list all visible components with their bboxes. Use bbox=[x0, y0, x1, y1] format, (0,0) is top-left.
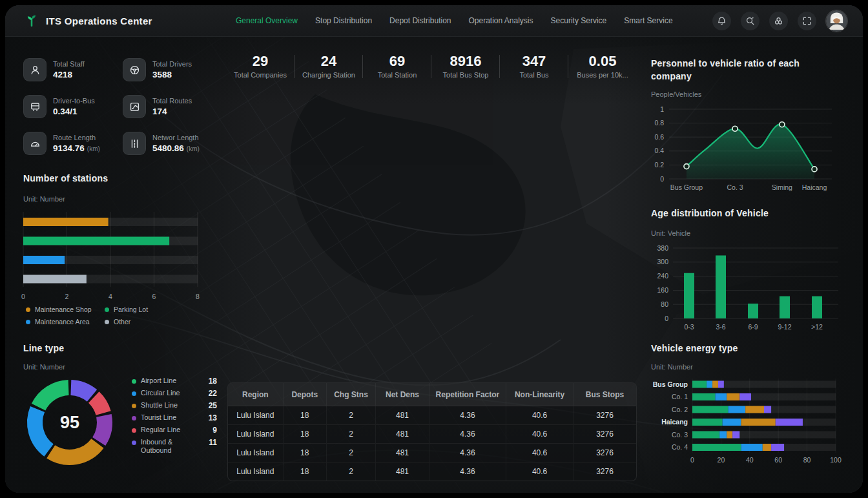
legend-item-maintenance-shop[interactable]: Maintenance Shop bbox=[26, 306, 105, 313]
legend-item-circular-line[interactable]: Circular Line22 bbox=[132, 389, 217, 398]
nav-item-operation-analysis[interactable]: Operation Analysis bbox=[468, 16, 533, 25]
legend-dot bbox=[132, 441, 136, 445]
gauge-icon bbox=[23, 132, 46, 155]
apps-icon bbox=[774, 16, 783, 26]
topbar: ITS Operations Center General OverviewSt… bbox=[5, 5, 863, 37]
svg-text:Co. 4: Co. 4 bbox=[672, 443, 688, 451]
legend-dot bbox=[132, 416, 136, 420]
age-title: Age distribution of Vehicle bbox=[651, 208, 769, 218]
stations-bar-chart: 02468 bbox=[23, 208, 205, 305]
stat-card-total-staff: Total Staff4218 bbox=[23, 58, 121, 81]
brand: ITS Operations Center bbox=[25, 5, 152, 36]
column-header-net-dens[interactable]: Net Dens bbox=[376, 383, 429, 406]
stat-label: Driver-to-Bus bbox=[53, 97, 95, 105]
legend-dot bbox=[132, 404, 136, 408]
svg-text:0: 0 bbox=[665, 315, 668, 322]
donut-center-value: 95 bbox=[60, 413, 79, 432]
legend-dot bbox=[105, 320, 109, 324]
svg-text:380: 380 bbox=[657, 244, 668, 252]
legend-item-other[interactable]: Other bbox=[105, 318, 183, 326]
kpi-value: 0.05 bbox=[568, 53, 637, 70]
table-cell: Lulu Island bbox=[228, 425, 283, 444]
table-cell: 3276 bbox=[574, 444, 636, 462]
bell-icon bbox=[717, 16, 727, 26]
ratio-unit-label: People/Vehicles bbox=[651, 90, 701, 98]
stat-value: 0.34/1 bbox=[53, 107, 95, 116]
kpi-total-station: 69Total Station bbox=[363, 49, 431, 88]
legend-item-shuttle-line[interactable]: Shuttle Line25 bbox=[132, 401, 217, 410]
table-row[interactable]: Lulu Island1824814.3640.63276 bbox=[228, 425, 636, 444]
user-avatar[interactable] bbox=[826, 10, 847, 32]
legend-dot bbox=[26, 307, 30, 312]
table-header: RegionDepotsChg StnsNet DensRepetition F… bbox=[228, 383, 636, 406]
kpi-total-companies: 29Total Companies bbox=[226, 49, 294, 88]
kpi-label: Total Bus Stop bbox=[431, 71, 500, 79]
linetype-title: Line type bbox=[23, 343, 64, 353]
kpi-label: Total Companies bbox=[226, 71, 294, 79]
legend-dot bbox=[132, 391, 136, 396]
svg-text:80: 80 bbox=[803, 456, 811, 464]
fullscreen-icon bbox=[802, 16, 812, 26]
search-button[interactable] bbox=[741, 12, 760, 30]
table-cell: 18 bbox=[283, 425, 326, 444]
legend-item-maintenance-area[interactable]: Maintenance Area bbox=[26, 318, 105, 326]
column-header-bus-stops[interactable]: Bus Stops bbox=[574, 383, 636, 406]
svg-text:20: 20 bbox=[718, 456, 725, 464]
stat-value: 9134.76(km) bbox=[53, 143, 100, 153]
legend-item-parking-lot[interactable]: Parking Lot bbox=[105, 306, 183, 313]
svg-text:0.6: 0.6 bbox=[654, 133, 664, 141]
svg-text:0: 0 bbox=[690, 456, 694, 464]
svg-text:0.4: 0.4 bbox=[654, 147, 664, 154]
svg-text:Co. 1: Co. 1 bbox=[672, 393, 688, 400]
legend-item-tourist-line[interactable]: Tourist Line13 bbox=[132, 413, 217, 422]
svg-text:240: 240 bbox=[657, 272, 668, 280]
table-cell: Lulu Island bbox=[228, 444, 283, 462]
column-header-depots[interactable]: Depots bbox=[283, 383, 326, 406]
legend-label: Inbound & Outbound bbox=[141, 438, 204, 455]
svg-text:Bus Group: Bus Group bbox=[670, 183, 703, 191]
bus-icon bbox=[23, 95, 46, 118]
svg-text:6-9: 6-9 bbox=[748, 323, 758, 331]
fullscreen-button[interactable] bbox=[798, 12, 816, 30]
nav-item-general-overview[interactable]: General Overview bbox=[236, 16, 298, 25]
road-icon bbox=[123, 132, 146, 155]
app-window: ITS Operations Center General OverviewSt… bbox=[5, 5, 863, 493]
table-row[interactable]: Lulu Island1824814.3640.63276 bbox=[228, 462, 636, 481]
legend-item-regular-line[interactable]: Regular Line9 bbox=[132, 426, 217, 435]
stat-unit: (km) bbox=[187, 145, 200, 152]
kpi-value: 8916 bbox=[431, 53, 500, 70]
apps-button[interactable] bbox=[769, 12, 788, 30]
nav-item-smart-service[interactable]: Smart Service bbox=[624, 16, 672, 25]
page-title: ITS Operations Center bbox=[46, 16, 152, 26]
table-cell: 481 bbox=[376, 406, 429, 425]
table-cell: 3276 bbox=[574, 406, 636, 425]
legend-dot bbox=[105, 307, 109, 312]
bell-button[interactable] bbox=[712, 12, 731, 30]
column-header-non-linearity[interactable]: Non-Linearity bbox=[506, 383, 574, 406]
table-row[interactable]: Lulu Island1824814.3640.63276 bbox=[228, 444, 636, 462]
kpi-charging-station: 24Charging Station bbox=[294, 49, 363, 88]
app-logo-icon bbox=[25, 14, 39, 28]
stat-unit: (km) bbox=[87, 145, 100, 152]
svg-text:6: 6 bbox=[152, 293, 156, 300]
stations-legend: Maintenance ShopParking LotMaintenance A… bbox=[26, 306, 194, 326]
table-row[interactable]: Lulu Island1824814.3640.63276 bbox=[228, 406, 636, 425]
nav-item-security-service[interactable]: Security Service bbox=[551, 16, 607, 25]
kpi-total-bus-stop: 8916Total Bus Stop bbox=[431, 49, 500, 88]
table-cell: 4.36 bbox=[429, 444, 506, 462]
nav-item-stop-distribution[interactable]: Stop Distribution bbox=[315, 16, 372, 25]
column-header-repetition-factor[interactable]: Repetition Factor bbox=[429, 383, 506, 406]
routes-icon bbox=[123, 95, 146, 118]
table-cell: 2 bbox=[326, 406, 375, 425]
svg-text:8: 8 bbox=[196, 293, 200, 300]
svg-text:0-3: 0-3 bbox=[684, 323, 694, 331]
svg-text:0: 0 bbox=[21, 293, 25, 300]
legend-item-inbound-outbound[interactable]: Inbound & Outbound11 bbox=[132, 438, 217, 455]
column-header-chg-stns[interactable]: Chg Stns bbox=[326, 383, 375, 406]
nav-item-depot-distribution[interactable]: Depot Distribution bbox=[389, 16, 451, 25]
svg-text:Haicang: Haicang bbox=[661, 418, 688, 426]
table-cell: 40.6 bbox=[506, 444, 574, 462]
legend-item-airport-line[interactable]: Airport Line18 bbox=[132, 377, 217, 386]
region-table: RegionDepotsChg StnsNet DensRepetition F… bbox=[228, 383, 636, 481]
column-header-region[interactable]: Region bbox=[228, 383, 283, 406]
